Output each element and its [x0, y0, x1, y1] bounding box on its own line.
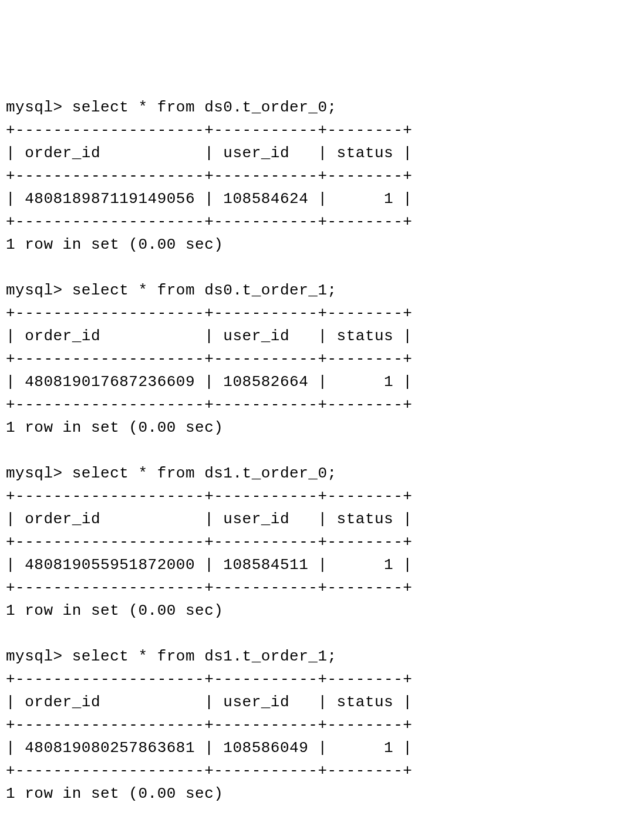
prompt: mysql>	[6, 465, 72, 482]
sql-query: select * from ds1.t_order_1;	[72, 648, 337, 665]
sql-query: select * from ds0.t_order_0;	[72, 99, 337, 116]
summary: 1 row in set (0.00 sec)	[6, 419, 223, 436]
table-border-top: +--------------------+-----------+------…	[6, 487, 412, 505]
sql-query: select * from ds0.t_order_1;	[72, 282, 337, 299]
prompt: mysql>	[6, 648, 72, 665]
prompt: mysql>	[6, 282, 72, 299]
table-header: | order_id | user_id | status |	[6, 510, 412, 528]
sql-query: select * from ds1.t_order_0;	[72, 465, 337, 482]
table-row: | 480818987119149056 | 108584624 | 1 |	[6, 190, 412, 208]
table-row: | 480819017687236609 | 108582664 | 1 |	[6, 373, 412, 391]
summary: 1 row in set (0.00 sec)	[6, 602, 223, 619]
table-row: | 480819055951872000 | 108584511 | 1 |	[6, 556, 412, 574]
table-header: | order_id | user_id | status |	[6, 144, 412, 162]
query-block-0: mysql> select * from ds0.t_order_0; +---…	[6, 99, 412, 253]
query-block-2: mysql> select * from ds1.t_order_0; +---…	[6, 465, 412, 619]
table-border-mid: +--------------------+-----------+------…	[6, 716, 412, 734]
summary: 1 row in set (0.00 sec)	[6, 785, 223, 802]
table-border-bottom: +--------------------+-----------+------…	[6, 396, 412, 414]
table-border-bottom: +--------------------+-----------+------…	[6, 579, 412, 597]
table-border-top: +--------------------+-----------+------…	[6, 121, 412, 139]
table-border-top: +--------------------+-----------+------…	[6, 670, 412, 688]
terminal-output: mysql> select * from ds0.t_order_0; +---…	[6, 96, 628, 805]
table-border-top: +--------------------+-----------+------…	[6, 304, 412, 322]
table-row: | 480819080257863681 | 108586049 | 1 |	[6, 739, 412, 757]
table-header: | order_id | user_id | status |	[6, 693, 412, 711]
table-border-mid: +--------------------+-----------+------…	[6, 167, 412, 185]
table-header: | order_id | user_id | status |	[6, 327, 412, 345]
query-block-1: mysql> select * from ds0.t_order_1; +---…	[6, 282, 412, 436]
table-border-bottom: +--------------------+-----------+------…	[6, 213, 412, 231]
query-block-3: mysql> select * from ds1.t_order_1; +---…	[6, 648, 412, 802]
summary: 1 row in set (0.00 sec)	[6, 236, 223, 253]
table-border-mid: +--------------------+-----------+------…	[6, 350, 412, 368]
prompt: mysql>	[6, 99, 72, 116]
table-border-bottom: +--------------------+-----------+------…	[6, 762, 412, 780]
table-border-mid: +--------------------+-----------+------…	[6, 533, 412, 551]
